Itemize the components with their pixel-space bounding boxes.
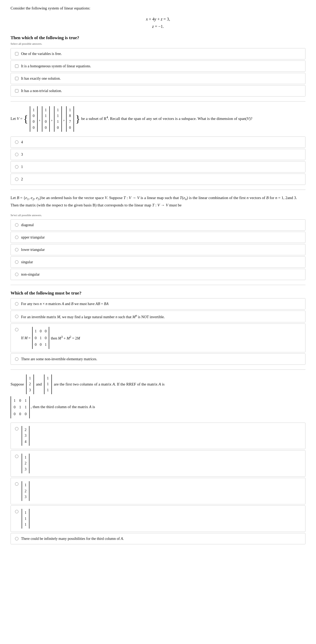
divider-4 [11,369,305,370]
q3-option-upper-label: upper triangular [21,235,45,240]
q5-option-1-vec: 234 [22,426,29,446]
q4-option-4[interactable]: There are some non-invertible elementary… [11,353,305,365]
q3-option-nonsingular[interactable]: non-singular [11,269,305,280]
q2-radio-1[interactable] [15,165,18,169]
q1-option-4-label: It has a non-trivial solution. [21,88,62,94]
q1-option-2-label: It is a homogeneous system of linear equ… [21,63,91,69]
q2-option-2-label: 2 [21,176,23,182]
q5-option-1[interactable]: 234 [11,423,305,449]
q2-option-1-label: 1 [21,164,23,170]
q4-option-1-label: For any two n × n matrices A and B we mu… [21,301,108,307]
q5-and-text: and [36,381,42,388]
q1-option-4[interactable]: It has a non-trivial solution. [11,85,305,97]
q4-option-3[interactable]: If M = 100 010 001 then M3 + M2 = 2M [11,323,305,352]
q2-option-3[interactable]: 3 [11,149,305,160]
q5-option-5[interactable]: There could be infinitely many possibili… [11,533,305,544]
q1-option-1[interactable]: One of the variables is free. [11,48,305,59]
intro-text: Consider the following system of linear … [11,5,305,11]
q1-option-2[interactable]: It is a homogeneous system of linear equ… [11,60,305,72]
q3-radio-singular[interactable] [15,260,18,264]
q5-option-2[interactable]: 123 [11,450,305,477]
equations-block: x + 4y + z = 3, z = −1. [11,16,305,30]
q1-option-1-label: One of the variables is free. [21,51,62,57]
q1-options: One of the variables is free. It is a ho… [11,48,305,97]
q1-checkbox-1[interactable] [15,52,18,55]
divider-3 [11,285,305,285]
q2-section: Let V = { 1000 , 1100 , 1110 , 1870 } be… [11,106,305,132]
q5-col2: 111 [44,374,52,394]
vector-2: 1100 [42,106,50,132]
q1-note: Select all possible answers. [11,42,305,46]
q1-checkbox-3[interactable] [15,77,18,80]
divider-2 [11,190,305,190]
matrix-m: 100 010 001 [32,327,49,349]
q2-option-4-label: 4 [21,139,23,145]
q2-preamble-end: be a subset of R4. Recall that the span … [81,116,252,121]
q5-option-4[interactable]: 111 [11,505,305,532]
q1-option-3[interactable]: It has exactly one solution. [11,73,305,84]
q5-suppose-text: Suppose [11,381,24,388]
vector-4: 1870 [66,106,74,132]
q3-radio-nonsingular[interactable] [15,273,18,276]
q2-radio-2[interactable] [15,178,18,181]
q5-rref-matrix: 101 011 000 [11,396,30,418]
q1-checkbox-2[interactable] [15,64,18,68]
q5-radio-3[interactable] [15,482,18,486]
q4-radio-3[interactable] [15,328,18,331]
q4-radio-1[interactable] [15,302,18,306]
comma-2: , [51,116,52,121]
q4-radio-4[interactable] [15,357,18,361]
q5-radio-2[interactable] [15,455,18,458]
equation-2: z = −1. [11,23,305,30]
q5-option-3[interactable]: 123 [11,478,305,504]
q4-options: For any two n × n matrices A and B we mu… [11,298,305,365]
right-brace: } [75,114,80,124]
q3-radio-lower[interactable] [15,248,18,251]
q5-preamble3: , then the third column of the matrix A … [31,405,95,409]
q3-note: Se'ect all possible answers. [11,213,305,217]
q2-option-1[interactable]: 1 [11,161,305,173]
q3-option-singular[interactable]: singular [11,256,305,268]
q5-radio-5[interactable] [15,537,18,540]
q3-radio-upper[interactable] [15,236,18,239]
q4-option-4-label: There are some non-invertible elementary… [21,356,97,362]
q2-option-2[interactable]: 2 [11,174,305,185]
q5-options: 234 123 123 111 There could be infinitel… [11,423,305,545]
q2-option-4[interactable]: 4 [11,136,305,148]
q3-text: Let B = {e1, e2, e3}be an ordered basis … [11,195,305,209]
q5-rref-row: 101 011 000 , then the third column of t… [11,396,305,418]
q5-option-5-label: There could be infinitely many possibili… [21,536,124,541]
q3-options: diagonal upper triangular lower triangul… [11,219,305,280]
q1-checkbox-4[interactable] [15,89,18,93]
q3-option-upper[interactable]: upper triangular [11,232,305,243]
q5-col1: 123 [26,374,34,394]
q2-radio-3[interactable] [15,153,18,156]
q3-option-nonsingular-label: non-singular [21,272,40,277]
q5-preamble-row: Suppose 123 and 111 are the first two co… [11,374,305,394]
q3-option-diagonal[interactable]: diagonal [11,219,305,231]
q3-option-lower-label: lower triangular [21,247,45,252]
q5-preamble2: are the first two columns of a matrix A.… [54,381,165,388]
left-brace: { [23,114,28,124]
q5-option-4-vec: 111 [22,509,29,529]
q2-radio-4[interactable] [15,140,18,144]
q5-option-3-vec: 123 [22,481,29,501]
q3-option-diagonal-label: diagonal [21,222,34,228]
q5-radio-1[interactable] [15,427,18,430]
q1-question: Then which of the following is true? [11,34,305,41]
q4-option-2[interactable]: For an invertible matrix M, we may find … [11,311,305,323]
comma-3: , [63,116,65,121]
divider-1 [11,101,305,102]
q4-radio-2[interactable] [15,315,18,318]
q4-option-1[interactable]: For any two n × n matrices A and B we mu… [11,298,305,310]
q1-option-3-label: It has exactly one solution. [21,76,61,81]
q2-option-3-label: 3 [21,152,23,157]
q5-section: Suppose 123 and 111 are the first two co… [11,374,305,418]
q4-option-3-label: If M = 100 010 001 then M3 + M2 = 2M [21,327,80,349]
q3-option-lower[interactable]: lower triangular [11,244,305,255]
q3-radio-diagonal[interactable] [15,223,18,227]
q2-preamble-start: Let V = [11,116,23,121]
q5-radio-4[interactable] [15,510,18,513]
vector-1: 1000 [30,106,38,132]
q4-question: Which of the following must be true? [11,290,305,297]
